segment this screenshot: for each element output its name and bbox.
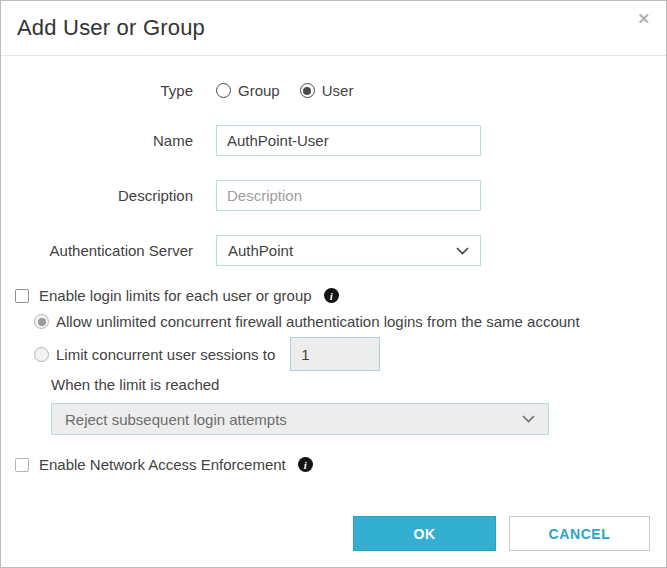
auth-server-selected-value: AuthPoint xyxy=(228,242,293,259)
description-row: Description xyxy=(1,180,666,211)
dialog-title: Add User or Group xyxy=(17,15,205,41)
type-radio-user-option[interactable]: User xyxy=(300,82,354,99)
info-icon[interactable]: i xyxy=(298,457,313,472)
info-icon[interactable]: i xyxy=(324,288,339,303)
allow-unlimited-label: Allow unlimited concurrent firewall auth… xyxy=(56,313,580,330)
chevron-down-icon xyxy=(456,247,469,255)
radio-unselected-icon xyxy=(216,83,231,98)
type-radio-group-option[interactable]: Group xyxy=(216,82,280,99)
limit-action-select[interactable]: Reject subsequent login attempts xyxy=(51,403,549,435)
radio-disabled-selected-icon xyxy=(34,314,49,329)
when-limit-label: When the limit is reached xyxy=(1,376,666,393)
type-row: Type Group User xyxy=(1,82,666,99)
dialog-footer: OK CANCEL xyxy=(353,516,650,551)
close-icon[interactable]: ✕ xyxy=(637,11,650,26)
type-radio-user-label: User xyxy=(322,82,354,99)
auth-server-select[interactable]: AuthPoint xyxy=(216,235,481,266)
limit-action-selected-value: Reject subsequent login attempts xyxy=(65,411,287,428)
dialog-header: Add User or Group ✕ xyxy=(1,1,666,56)
radio-disabled-unselected-icon xyxy=(34,347,49,362)
type-radio-group-label: Group xyxy=(238,82,280,99)
name-label: Name xyxy=(1,132,193,149)
allow-unlimited-row: Allow unlimited concurrent firewall auth… xyxy=(1,313,666,330)
cancel-button[interactable]: CANCEL xyxy=(509,516,650,551)
chevron-down-icon xyxy=(522,415,535,423)
limit-sessions-row: Limit concurrent user sessions to xyxy=(1,337,666,371)
name-input[interactable] xyxy=(216,125,481,156)
type-label: Type xyxy=(1,82,193,99)
network-access-enforcement-row: Enable Network Access Enforcement i xyxy=(1,456,666,473)
login-limits-checkbox[interactable] xyxy=(15,289,29,303)
login-limits-label: Enable login limits for each user or gro… xyxy=(39,287,312,304)
name-row: Name xyxy=(1,125,666,156)
radio-selected-icon xyxy=(300,83,315,98)
allow-unlimited-radio[interactable]: Allow unlimited concurrent firewall auth… xyxy=(34,313,666,330)
description-input[interactable] xyxy=(216,180,481,211)
network-access-enforcement-checkbox[interactable] xyxy=(15,458,29,472)
add-user-or-group-dialog: Add User or Group ✕ Type Group User Name… xyxy=(0,0,667,568)
session-limit-input[interactable] xyxy=(290,337,380,371)
auth-server-label: Authentication Server xyxy=(1,242,193,259)
type-radio-group: Group User xyxy=(216,82,353,99)
ok-button[interactable]: OK xyxy=(353,516,496,551)
login-limits-row: Enable login limits for each user or gro… xyxy=(1,287,666,304)
auth-server-row: Authentication Server AuthPoint xyxy=(1,235,666,266)
description-label: Description xyxy=(1,187,193,204)
limit-sessions-radio[interactable]: Limit concurrent user sessions to xyxy=(34,346,275,363)
limit-sessions-label: Limit concurrent user sessions to xyxy=(56,346,275,363)
network-access-enforcement-label: Enable Network Access Enforcement xyxy=(39,456,286,473)
